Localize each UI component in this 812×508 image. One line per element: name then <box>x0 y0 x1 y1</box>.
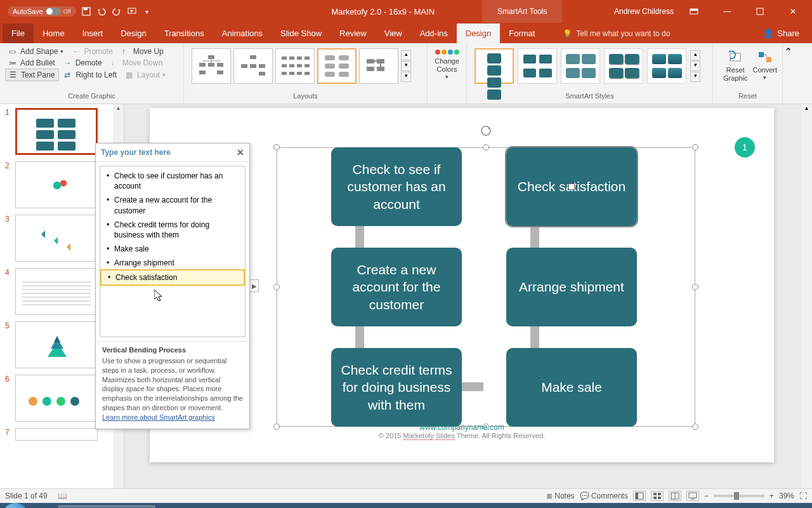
layout-option-3[interactable] <box>275 48 315 84</box>
resize-handle[interactable] <box>692 284 698 290</box>
tab-insert[interactable]: Insert <box>74 23 112 43</box>
add-shape-button[interactable]: ▭Add Shape ▾ <box>5 46 67 57</box>
close-icon[interactable]: ✕ <box>780 0 806 23</box>
style-option-4[interactable] <box>604 48 643 84</box>
tab-review[interactable]: Review <box>331 23 376 43</box>
collapse-ribbon-button[interactable]: ⌃ <box>783 43 793 104</box>
style-option-1[interactable] <box>475 48 514 84</box>
normal-view-icon[interactable] <box>633 491 646 501</box>
styles-more[interactable]: ▴▾▾ <box>690 48 700 84</box>
ribbon-display-icon[interactable] <box>681 0 707 23</box>
textpane-item[interactable]: Arrange shipment <box>100 256 245 270</box>
tab-file[interactable]: File <box>3 23 34 43</box>
style-option-5[interactable] <box>647 48 686 84</box>
maximize-icon[interactable] <box>747 0 773 23</box>
rtl-button[interactable]: ⇄Right to Left <box>60 69 121 81</box>
layout-button[interactable]: ▦Layout ▾ <box>122 69 169 81</box>
tab-home[interactable]: Home <box>34 23 74 43</box>
slide-thumbnail-4[interactable] <box>15 268 98 315</box>
convert-button[interactable]: Convert▾ <box>752 50 777 83</box>
comments-button[interactable]: 💬 Comments <box>580 491 628 500</box>
tab-design[interactable]: Design <box>112 23 155 43</box>
tab-addins[interactable]: Add-ins <box>411 23 457 43</box>
change-colors-button[interactable]: Change Colors ▾ <box>433 46 461 81</box>
move-down-button[interactable]: ↓Move Down <box>107 57 166 69</box>
spellcheck-icon[interactable]: 📖 <box>58 491 67 500</box>
slide-indicator[interactable]: Slide 1 of 49 <box>5 491 48 500</box>
taskbar-excel[interactable]: X <box>30 505 56 508</box>
tab-transitions[interactable]: Transitions <box>155 23 213 43</box>
smartart-selection[interactable]: Check to see if customer has an account … <box>277 147 695 427</box>
textpane-collapse-tab[interactable]: ▶ <box>250 279 259 292</box>
layout-option-4[interactable] <box>317 48 357 84</box>
resize-handle[interactable] <box>273 284 280 290</box>
undo-icon[interactable] <box>96 6 107 17</box>
qat-more-icon[interactable]: ▾ <box>142 6 152 17</box>
layout-option-1[interactable] <box>192 48 231 84</box>
taskbar-powerpoint[interactable]: PMarketofy 2.0 - 16... <box>58 505 155 508</box>
tab-slideshow[interactable]: Slide Show <box>272 23 331 43</box>
zoom-slider[interactable] <box>714 495 764 497</box>
textpane-item[interactable]: Make sale <box>100 242 245 256</box>
reading-view-icon[interactable] <box>669 491 681 501</box>
layout-option-5[interactable] <box>359 48 398 84</box>
textpane-item[interactable]: Check credit terms for doing business wi… <box>100 218 245 242</box>
canvas-scrollbar-v[interactable]: ▴ <box>801 104 812 488</box>
smartart-box-4[interactable]: Arrange shipment <box>506 248 637 326</box>
slider-thumb[interactable] <box>734 492 739 500</box>
smartart-box-1[interactable]: Check to see if customer has an account <box>331 147 462 226</box>
start-from-beginning-icon[interactable] <box>127 6 137 17</box>
start-button[interactable] <box>3 503 28 508</box>
text-pane-button[interactable]: ☰Text Pane <box>5 69 59 81</box>
tab-format[interactable]: Format <box>500 23 544 43</box>
zoom-level[interactable]: 39% <box>779 491 794 500</box>
resize-handle[interactable] <box>273 144 280 150</box>
tab-view[interactable]: View <box>376 23 411 43</box>
slide-thumbnail-3[interactable] <box>15 215 98 262</box>
demote-button[interactable]: →Demote <box>60 57 106 69</box>
rotate-handle-icon[interactable] <box>480 124 492 140</box>
smartart-box-6[interactable]: Make sale <box>506 348 637 427</box>
slide-sorter-icon[interactable] <box>651 491 664 501</box>
tab-animations[interactable]: Animations <box>213 23 272 43</box>
textpane-list[interactable]: Check to see if customer has an account … <box>100 166 246 337</box>
slideshow-view-icon[interactable] <box>686 491 699 501</box>
notes-button[interactable]: ≣ Notes <box>546 491 575 500</box>
textpane-item[interactable]: Check to see if customer has an account <box>100 169 245 193</box>
slide-thumbnail-2[interactable] <box>15 161 98 208</box>
style-option-3[interactable] <box>561 48 600 84</box>
redo-icon[interactable] <box>112 6 122 17</box>
fit-to-window-icon[interactable]: ⛶ <box>799 491 807 500</box>
reset-graphic-button[interactable]: Reset Graphic <box>718 50 752 83</box>
share-button[interactable]: 👤Share <box>750 23 812 43</box>
slide-thumbnail-6[interactable] <box>15 375 98 422</box>
promote-button[interactable]: ←Promote <box>69 46 116 57</box>
resize-handle[interactable] <box>692 144 698 150</box>
layouts-more[interactable]: ▴▾▾ <box>401 48 411 84</box>
slide-thumbnail-7[interactable] <box>15 428 98 441</box>
close-icon[interactable]: ✕ <box>237 147 244 157</box>
autosave-toggle[interactable]: AutoSave Off <box>8 6 76 17</box>
style-option-2[interactable] <box>518 48 557 84</box>
textpane-item-selected[interactable]: Check satisfaction <box>100 269 245 286</box>
smartart-box-2[interactable]: Check satisfaction <box>506 147 637 226</box>
minimize-icon[interactable]: — <box>714 0 740 23</box>
add-bullet-button[interactable]: ≔Add Bullet <box>5 57 59 69</box>
zoom-out-button[interactable]: − <box>704 491 709 500</box>
textpane-item[interactable]: Create a new account for the customer <box>100 193 245 217</box>
move-up-button[interactable]: ↑Move Up <box>118 46 167 57</box>
user-name[interactable]: Andrew Childress <box>614 7 674 16</box>
tell-me-input[interactable]: 💡Tell me what you want to do <box>544 24 750 43</box>
resize-handle[interactable] <box>483 144 489 150</box>
slide-num: 7 <box>5 428 11 441</box>
zoom-in-button[interactable]: + <box>769 491 774 500</box>
tab-smartart-design[interactable]: Design <box>457 23 500 43</box>
save-icon[interactable] <box>81 6 91 17</box>
slide-thumbnail-5[interactable] <box>15 321 98 368</box>
text-pane-popup[interactable]: Type your text here ✕ Check to see if cu… <box>95 143 250 429</box>
slide-thumbnail-1[interactable] <box>15 108 98 155</box>
learn-more-link[interactable]: Learn more about SmartArt graphics <box>102 413 215 421</box>
layout-option-2[interactable] <box>233 48 273 84</box>
smartart-box-3[interactable]: Create a new account for the customer <box>331 248 462 326</box>
smartart-box-5[interactable]: Check credit terms for doing business wi… <box>331 348 462 427</box>
